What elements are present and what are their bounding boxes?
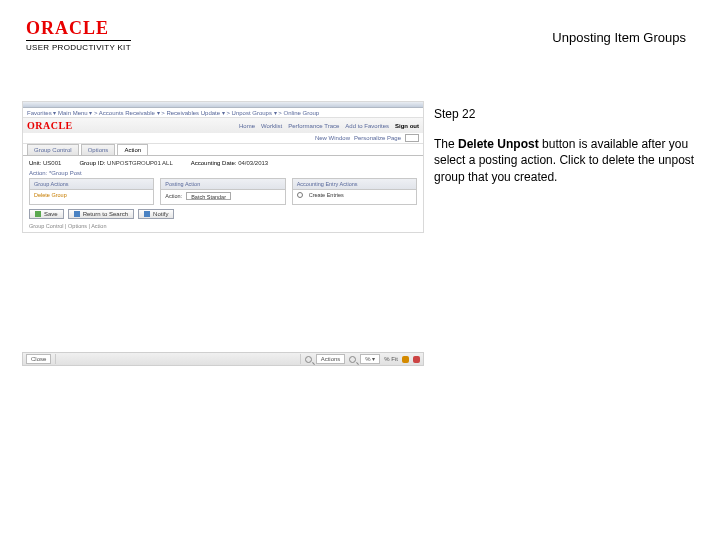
save-icon — [35, 211, 41, 217]
save-button[interactable]: Save — [29, 209, 64, 219]
divider — [300, 354, 301, 364]
notify-icon — [144, 211, 150, 217]
columns: Group Actions Delete Group Posting Actio… — [29, 178, 417, 205]
tab-content: Unit: US001 Group ID: UNPOSTGROUP01 ALL … — [23, 155, 423, 232]
bl-options[interactable]: Options — [68, 223, 87, 229]
app-header: ORACLE Home Worklist Performance Trace A… — [23, 118, 423, 133]
save-button-label: Save — [44, 211, 58, 217]
link-personalize[interactable]: Personalize Page — [354, 135, 401, 141]
help-icon[interactable] — [402, 356, 409, 363]
notify-button-label: Notify — [153, 211, 168, 217]
instruction-bold: Delete Unpost — [458, 137, 539, 151]
http-icon[interactable] — [405, 134, 419, 142]
posting-action-label: Action: — [165, 193, 182, 199]
link-new-window[interactable]: New Window — [315, 135, 350, 141]
unit-label: Unit: — [29, 160, 41, 166]
col-posting-action: Posting Action Action: Batch Standar — [160, 178, 285, 205]
bl-action[interactable]: Action — [91, 223, 106, 229]
instruction-pre: The — [434, 137, 458, 151]
link-signout[interactable]: Sign out — [395, 123, 419, 129]
return-button-label: Return to Search — [83, 211, 128, 217]
acct-date-value: 04/03/2013 — [238, 160, 268, 166]
link-home[interactable]: Home — [239, 123, 255, 129]
tab-action[interactable]: Action — [117, 144, 148, 155]
notify-button[interactable]: Notify — [138, 209, 174, 219]
col-head-posting-action: Posting Action — [161, 179, 284, 190]
tab-options[interactable]: Options — [81, 144, 116, 155]
group-id-label: Group ID: — [79, 160, 105, 166]
posting-action-select[interactable]: Batch Standar — [186, 192, 231, 200]
group-id-value: UNPOSTGROUP01 ALL — [107, 160, 173, 166]
product-line: USER PRODUCTIVITY KIT — [26, 40, 131, 52]
zoom-select[interactable]: % ▾ — [360, 354, 380, 364]
close-icon[interactable] — [413, 356, 420, 363]
close-button[interactable]: Close — [26, 354, 51, 364]
app-brand: ORACLE — [27, 120, 73, 131]
acct-date-label: Accounting Date: — [191, 160, 237, 166]
oracle-wordmark: ORACLE — [26, 18, 131, 39]
zoom-out-icon[interactable] — [305, 356, 312, 363]
return-button[interactable]: Return to Search — [68, 209, 134, 219]
tab-strip: Group Control Options Action — [23, 144, 423, 155]
button-row: Save Return to Search Notify — [29, 209, 417, 219]
tab-group-control[interactable]: Group Control — [27, 144, 79, 155]
instruction-panel: Step 22 The Delete Unpost button is avai… — [434, 106, 698, 185]
col-head-group-actions: Group Actions — [30, 179, 153, 190]
zoom-in-icon[interactable] — [349, 356, 356, 363]
instruction-text: The Delete Unpost button is available af… — [434, 136, 698, 185]
subheader: New Window Personalize Page — [23, 133, 423, 144]
col-group-actions: Group Actions Delete Group — [29, 178, 154, 205]
delete-group-link[interactable]: Delete Group — [34, 192, 67, 198]
col-head-accounting: Accounting Entry Actions — [293, 179, 416, 190]
return-icon — [74, 211, 80, 217]
playback-bar: Close Actions % ▾ % Fit — [22, 352, 424, 366]
page-title: Unposting Item Groups — [552, 30, 686, 45]
link-perf-trace[interactable]: Performance Trace — [288, 123, 339, 129]
header-links: Home Worklist Performance Trace Add to F… — [239, 123, 419, 129]
embedded-screenshot: Favorites ▾ Main Menu ▾ > Accounts Recei… — [22, 101, 424, 233]
bottom-links: Group Control | Options | Action — [29, 223, 417, 229]
bl-group-control[interactable]: Group Control — [29, 223, 64, 229]
unit-value: US001 — [43, 160, 61, 166]
fit-label: % Fit — [384, 356, 398, 362]
create-entries-radio[interactable] — [297, 192, 303, 198]
breadcrumb[interactable]: Favorites ▾ Main Menu ▾ > Accounts Recei… — [23, 108, 423, 118]
link-worklist[interactable]: Worklist — [261, 123, 282, 129]
link-add-fav[interactable]: Add to Favorites — [345, 123, 389, 129]
divider — [55, 354, 56, 364]
action-section-title: Action: *Group Post — [29, 170, 417, 176]
create-entries-label: Create Entries — [309, 192, 344, 198]
step-label: Step 22 — [434, 106, 698, 122]
info-row: Unit: US001 Group ID: UNPOSTGROUP01 ALL … — [29, 160, 417, 166]
oracle-logo-block: ORACLE USER PRODUCTIVITY KIT — [26, 18, 131, 52]
actions-button[interactable]: Actions — [316, 354, 346, 364]
col-accounting-entry: Accounting Entry Actions Create Entries — [292, 178, 417, 205]
